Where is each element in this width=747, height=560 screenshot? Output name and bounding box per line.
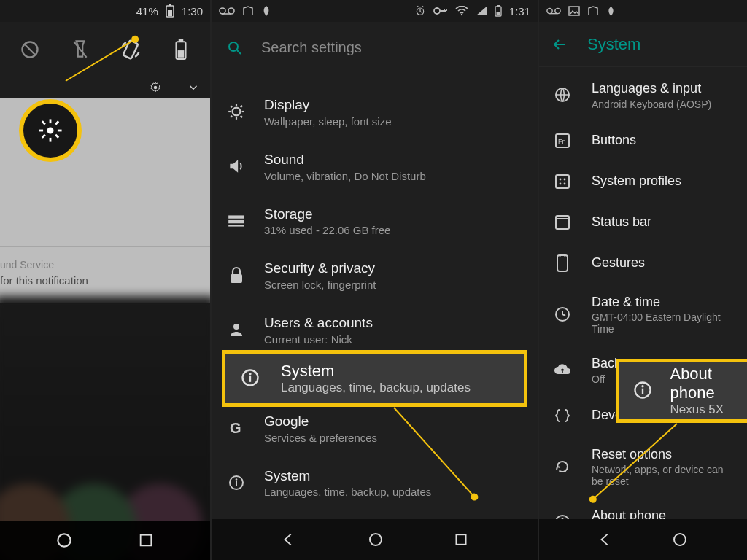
svg-point-52 [249,373,251,375]
setting-buttons[interactable]: Fn Buttons [539,120,747,161]
svg-point-65 [564,178,566,180]
expand-icon[interactable] [187,81,200,94]
navigation-bar [539,519,747,560]
notification-card[interactable]: und Service for this notification [0,247,210,300]
notification-card[interactable] [0,174,210,247]
search-icon [226,39,244,57]
nav-back-button[interactable] [597,532,614,548]
callout-settings-gear [19,99,82,162]
setting-subtitle: 31% used - 22.06 GB free [264,224,390,236]
settings-gear-icon[interactable] [149,81,162,94]
flashlight-tile[interactable] [63,32,98,67]
nav-back-button[interactable] [281,532,297,548]
svg-point-67 [564,182,566,184]
setting-system-dup[interactable]: SystemLanguages, time, backup, updates [212,456,538,510]
svg-rect-55 [456,534,465,544]
svg-rect-77 [642,389,643,394]
svg-rect-18 [42,120,46,125]
vpn-key-icon [433,7,448,15]
svg-line-38 [231,106,232,107]
nav-home-button[interactable] [367,531,384,548]
setting-subtitle: GMT-04:00 Eastern Daylight Time [592,311,737,335]
svg-rect-1 [168,10,172,16]
screen-system-settings: System Languages & inputAndroid Keyboard… [538,0,747,560]
svg-point-64 [560,178,562,180]
svg-rect-43 [228,220,244,223]
setting-subtitle: Network, apps, or device can be reset [592,464,737,487]
svg-point-66 [560,182,562,184]
status-bar: 1:31 [212,0,538,22]
svg-point-26 [434,8,440,14]
svg-rect-9 [178,39,182,42]
clock: 1:30 [182,5,203,18]
setting-subtitle: Volume, vibration, Do Not Disturb [264,170,426,182]
notification-title: und Service [0,257,203,273]
svg-rect-8 [177,50,184,58]
svg-line-40 [231,116,232,117]
fn-key-icon: Fn [552,131,573,151]
svg-rect-44 [228,225,244,226]
nav-home-button[interactable] [47,523,82,558]
setting-users[interactable]: Users & accountsCurrent user: Nick [212,303,538,357]
svg-rect-21 [42,134,46,139]
setting-subtitle: Services & preferences [264,432,377,444]
svg-line-32 [237,50,241,54]
setting-title: About phone [670,365,747,402]
svg-point-78 [674,534,686,545]
setting-subtitle: Languages, time, backup, updates [281,381,471,395]
svg-rect-68 [556,216,569,229]
person-icon [226,319,247,340]
info-icon [632,380,654,402]
setting-security[interactable]: Security & privacyScreen lock, fingerpri… [212,248,538,303]
voicemail-icon [219,7,235,15]
image-icon [568,6,580,16]
setting-subtitle: Screen lock, fingerprint [264,279,376,291]
dnd-tile[interactable] [12,32,47,67]
setting-subtitle: Android Keyboard (AOSP) [592,98,711,110]
page-header: System [539,22,747,67]
setting-title: Buttons [592,132,636,149]
setting-sound[interactable]: SoundVolume, vibration, Do Not Disturb [212,139,538,194]
svg-line-4 [25,44,35,55]
info-icon [240,368,262,389]
gestures-icon [552,253,573,273]
navigation-bar [212,519,538,560]
setting-title: Status bar [592,214,651,230]
settings-list: DisplayWallpaper, sleep, font size Sound… [212,74,538,510]
battery-icon [166,4,174,18]
nav-recent-button[interactable] [128,523,163,558]
braces-icon [552,405,573,426]
cell-signal-icon [476,6,487,16]
svg-rect-53 [249,376,251,382]
setting-display[interactable]: DisplayWallpaper, sleep, font size [212,85,538,139]
setting-status-bar[interactable]: Status bar [539,202,747,243]
setting-google[interactable]: G GoogleServices & preferences [212,401,538,456]
svg-point-33 [233,108,241,116]
setting-subtitle: Current user: Nick [264,333,373,346]
setting-subtitle: Wallpaper, sleep, font size [264,115,392,128]
svg-rect-29 [496,12,500,15]
svg-rect-42 [228,215,244,218]
setting-languages-input[interactable]: Languages & inputAndroid Keyboard (AOSP) [539,70,747,120]
settings-search[interactable]: Search settings [212,22,538,74]
setting-system-profiles[interactable]: System profiles [539,161,747,202]
setting-gestures[interactable]: Gestures [539,243,747,284]
setting-date-time[interactable]: Date & timeGMT-04:00 Eastern Daylight Ti… [539,284,747,346]
wifi-icon [455,6,468,16]
back-arrow-icon[interactable] [551,36,568,53]
nav-recent-button[interactable] [454,532,468,547]
setting-title: Storage [264,206,390,223]
setting-title: System [281,362,471,381]
battery-tile[interactable] [163,32,198,67]
lock-icon [226,265,247,286]
svg-rect-59 [569,7,579,15]
svg-point-11 [58,534,70,546]
setting-storage[interactable]: Storage31% used - 22.06 GB free [212,194,538,249]
clock: 1:31 [509,5,530,18]
nav-home-button[interactable] [671,531,689,548]
status-bar [539,0,747,22]
setting-title: Users & accounts [264,314,373,332]
setting-reset-options[interactable]: Reset optionsNetwork, apps, or device ca… [539,436,747,498]
navigation-bar [0,521,210,560]
clock-icon [552,304,573,324]
